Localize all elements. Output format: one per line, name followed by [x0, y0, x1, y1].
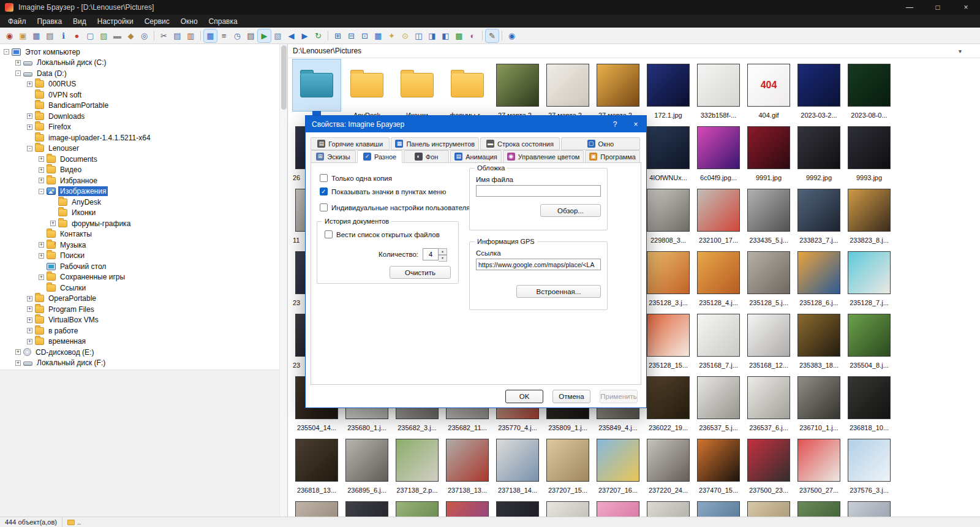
folder-thumbnail[interactable]: Иконки [393, 59, 441, 122]
tree-item[interactable]: +в работе [0, 325, 279, 336]
expand-icon[interactable]: + [39, 242, 44, 248]
tree-item[interactable]: Рабочий стол [0, 261, 279, 272]
count-input[interactable] [423, 248, 439, 260]
image-thumbnail[interactable]: 235128_5.j... [745, 247, 793, 309]
layout-grid-button[interactable]: ⊡ [358, 29, 371, 42]
image-thumbnail[interactable]: 237576_3.j... [845, 434, 893, 497]
menu-help[interactable]: Справка [203, 16, 243, 27]
tree-item[interactable]: +VirtualBox VMs [0, 315, 279, 326]
single-copy-checkbox[interactable]: Только одна копия [320, 174, 392, 182]
image-thumbnail[interactable]: 27 марта 2... [544, 59, 592, 122]
favorites-button[interactable]: ✦ [385, 29, 398, 42]
measure-button[interactable]: ▬ [111, 29, 124, 42]
refresh-button[interactable]: ↻ [312, 29, 325, 42]
layout-single-button[interactable]: ⊞ [331, 29, 344, 42]
image-thumbnail[interactable]: 4IOfWNUx... [644, 122, 692, 184]
image-thumbnail[interactable]: 236895_6.j... [343, 434, 391, 497]
tree-item[interactable]: 0VPN soft [0, 89, 279, 100]
dialog-help-button[interactable]: ? [605, 116, 625, 132]
image-thumbnail[interactable]: 232100_17... [695, 184, 742, 247]
image-thumbnail[interactable] [644, 497, 692, 517]
tree-item[interactable]: +000RUS [0, 79, 279, 90]
cancel-button[interactable]: Отмена [552, 390, 590, 403]
tree-item[interactable]: Контакты [0, 229, 279, 240]
paste-button[interactable]: ▥ [184, 29, 197, 42]
help-button[interactable]: ◉ [505, 29, 518, 42]
image-thumbnail[interactable]: 332b158f-... [695, 59, 742, 122]
minimize-button[interactable]: — [895, 0, 924, 15]
path-bar[interactable]: D:\Lenouser\Pictures ▾ [288, 44, 980, 58]
tree-item[interactable]: Ссылки [0, 282, 279, 294]
user-settings-checkbox[interactable]: Индивидуальные настройки пользователя [320, 203, 470, 211]
tree-item[interactable]: +форумы-графика [0, 218, 279, 229]
image-thumbnail[interactable]: 237470_15... [695, 434, 742, 497]
copy-button[interactable]: ▤ [171, 29, 184, 42]
expand-icon[interactable]: + [27, 124, 32, 130]
image-thumbnail[interactable]: 237500_23... [745, 434, 793, 497]
image-thumbnail[interactable]: 9993.jpg [845, 122, 893, 184]
image-thumbnail[interactable]: 235504_8.j... [845, 309, 893, 372]
image-thumbnail[interactable]: 2023-08-0... [845, 59, 893, 122]
menu-service[interactable]: Сервис [139, 16, 175, 27]
image-thumbnail[interactable]: 229808_3... [644, 184, 692, 247]
history-button[interactable]: ◷ [231, 29, 244, 42]
list-view-button[interactable]: ≡ [217, 29, 230, 42]
tab-animation[interactable]: ▤Анимация [450, 150, 502, 163]
tree-item[interactable]: +Firefox [0, 122, 279, 133]
image-thumbnail[interactable]: 236710_1.j... [795, 372, 843, 434]
menu-icons-checkbox[interactable]: Показывать значки в пунктах меню [320, 188, 446, 195]
image-thumbnail[interactable] [494, 497, 541, 517]
image-thumbnail[interactable]: 236537_5.j... [695, 372, 742, 434]
expand-icon[interactable]: + [50, 221, 56, 226]
menu-file[interactable]: Файл [2, 16, 32, 27]
tree-item[interactable]: +Видео [0, 165, 279, 176]
dialog-close-button[interactable]: × [625, 116, 646, 132]
gps-url-input[interactable] [476, 259, 601, 270]
image-thumbnail[interactable]: 235383_18... [795, 309, 843, 372]
tree-item[interactable]: +Сохраненные игры [0, 272, 279, 283]
properties-button[interactable]: ◉ [3, 29, 16, 42]
expand-icon[interactable]: + [39, 156, 44, 162]
image-thumbnail[interactable]: 237207_15... [544, 434, 592, 497]
collapse-icon[interactable]: - [39, 189, 44, 194]
image-thumbnail[interactable] [845, 497, 893, 517]
preview-button[interactable]: ▧ [271, 29, 284, 42]
cut-button[interactable]: ✂ [157, 29, 170, 42]
tree-item[interactable]: +Музыка [0, 240, 279, 251]
image-thumbnail[interactable]: 237220_24... [644, 434, 692, 497]
spinner-up-icon[interactable]: ▴ [439, 248, 447, 255]
image-thumbnail[interactable] [393, 497, 441, 517]
tree-item[interactable]: -Этот компьютер [0, 47, 279, 58]
user-tools-button[interactable]: ◫ [412, 29, 425, 42]
delete-button[interactable]: ● [70, 29, 83, 42]
expand-icon[interactable]: + [27, 113, 32, 119]
print-button[interactable]: ▤ [43, 29, 56, 42]
tree-item[interactable]: +Documents [0, 154, 279, 165]
image-thumbnail[interactable]: 9991.jpg [745, 122, 793, 184]
count-spinner[interactable]: ▴ ▾ [423, 248, 447, 260]
info-button[interactable]: ℹ [57, 29, 70, 42]
image-thumbnail[interactable] [544, 497, 592, 517]
tab-background[interactable]: ◐Фон [404, 150, 449, 163]
image-thumbnail[interactable] [293, 497, 341, 517]
folder-thumbnail[interactable]: форумы-г... [443, 59, 491, 122]
tree-scrollbar[interactable] [279, 44, 287, 517]
user-edit-button[interactable]: ◧ [439, 29, 452, 42]
colors-button[interactable]: ◐ [466, 29, 479, 42]
image-thumbnail[interactable]: 235168_7.j... [695, 309, 742, 372]
expand-icon[interactable]: + [15, 349, 21, 355]
browse-button[interactable]: Обзор... [540, 204, 601, 217]
image-thumbnail[interactable]: 235128_15... [644, 309, 692, 372]
image-thumbnail[interactable]: 236022_19... [644, 372, 692, 434]
image-thumbnail[interactable]: 237138_13... [443, 434, 491, 497]
edit-button[interactable]: ✎ [486, 29, 499, 42]
tab-toolbar[interactable]: ▦Панель инструментов [391, 137, 479, 150]
image-thumbnail[interactable]: 236818_10... [845, 372, 893, 434]
image-thumbnail[interactable]: 233823_8.j... [845, 184, 893, 247]
tree-item[interactable]: +временная [0, 336, 279, 347]
folder-thumbnail[interactable]: AnyDesk [343, 59, 391, 122]
image-button[interactable]: ▨ [97, 29, 110, 42]
image-thumbnail[interactable]: 404404.gif [745, 59, 793, 122]
checkerboard-button[interactable]: ▩ [453, 29, 466, 42]
back-button[interactable]: ◀ [285, 29, 298, 42]
